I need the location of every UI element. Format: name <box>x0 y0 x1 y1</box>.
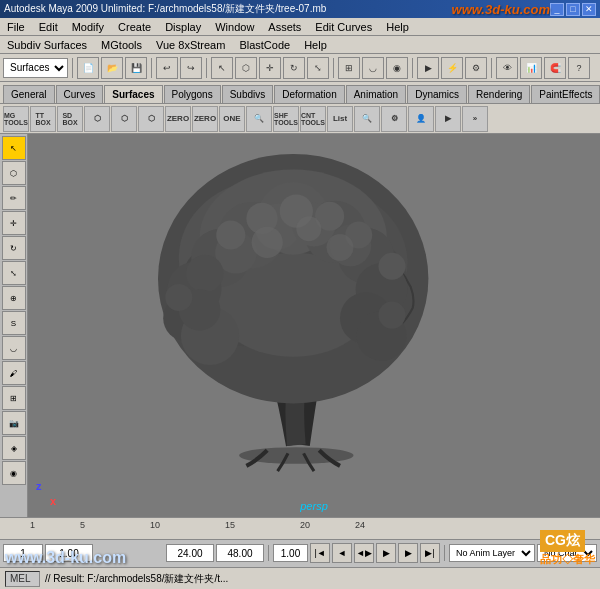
axis-z-label: z <box>36 480 42 492</box>
render-settings-button[interactable]: ⚙ <box>465 57 487 79</box>
tab-general[interactable]: General <box>3 85 55 103</box>
lasso-tool-btn[interactable]: ⬡ <box>2 161 26 185</box>
shelf-gear[interactable]: ⚙ <box>381 106 407 132</box>
range-end-input[interactable] <box>166 544 214 562</box>
redo-button[interactable]: ↪ <box>180 57 202 79</box>
step-fwd-btn[interactable]: ▶ <box>398 543 418 563</box>
shelf-zero2[interactable]: ZERO <box>192 106 218 132</box>
tab-curves[interactable]: Curves <box>56 85 104 103</box>
display-button[interactable]: 📊 <box>520 57 542 79</box>
menu-window[interactable]: Window <box>212 20 257 34</box>
shelf-icon3[interactable]: ⬡ <box>138 106 164 132</box>
viewport[interactable]: persp z x <box>28 134 600 517</box>
menu-subdiv[interactable]: Subdiv Surfaces <box>4 38 90 52</box>
shelf-shf-tools[interactable]: SHFTOOLS <box>273 106 299 132</box>
toolbar-separator <box>72 58 73 78</box>
shelf-cnt-tools[interactable]: CNTTOOLS <box>300 106 326 132</box>
camera-tool-btn[interactable]: 📷 <box>2 411 26 435</box>
nav1-btn[interactable]: ◈ <box>2 436 26 460</box>
tab-animation[interactable]: Animation <box>346 85 406 103</box>
shelf-one[interactable]: ONE <box>219 106 245 132</box>
svg-point-25 <box>216 220 245 249</box>
shelf-icon1[interactable]: ⬡ <box>84 106 110 132</box>
timeline-ruler[interactable]: 1 5 10 15 20 24 <box>0 518 600 540</box>
nav2-btn[interactable]: ◉ <box>2 461 26 485</box>
menu-edit-curves[interactable]: Edit Curves <box>312 20 375 34</box>
select-tool[interactable]: ↖ <box>211 57 233 79</box>
playback-speed-input[interactable] <box>273 544 308 562</box>
shelf-tt-box[interactable]: TTBOX <box>30 106 56 132</box>
tl-mark-10: 10 <box>150 520 160 530</box>
universal-tool-btn[interactable]: ⊕ <box>2 286 26 310</box>
magnet-button[interactable]: 🧲 <box>544 57 566 79</box>
paint-tool-btn[interactable]: ✏ <box>2 186 26 210</box>
snap-point[interactable]: ◉ <box>386 57 408 79</box>
menu-help2[interactable]: Help <box>301 38 330 52</box>
shelf-more[interactable]: » <box>462 106 488 132</box>
menu-blastcode[interactable]: BlastCode <box>236 38 293 52</box>
tab-dynamics[interactable]: Dynamics <box>407 85 467 103</box>
ipr-button[interactable]: ⚡ <box>441 57 463 79</box>
scale-tool-btn[interactable]: ⤡ <box>2 261 26 285</box>
render-button[interactable]: ▶ <box>417 57 439 79</box>
select-tool-btn[interactable]: ↖ <box>2 136 26 160</box>
lasso-tool[interactable]: ⬡ <box>235 57 257 79</box>
snap-grid[interactable]: ⊞ <box>338 57 360 79</box>
shelf-play[interactable]: ▶ <box>435 106 461 132</box>
shelf-icon2[interactable]: ⬡ <box>111 106 137 132</box>
maximize-button[interactable]: □ <box>566 3 580 16</box>
cg-logo-box: CG炫 <box>540 530 585 552</box>
menu-modify[interactable]: Modify <box>69 20 107 34</box>
tab-surfaces[interactable]: Surfaces <box>104 85 162 103</box>
shelf-list[interactable]: List <box>327 106 353 132</box>
rotate-tool[interactable]: ↻ <box>283 57 305 79</box>
menu-mgtools[interactable]: MGtools <box>98 38 145 52</box>
tab-polygons[interactable]: Polygons <box>164 85 221 103</box>
step-back-btn[interactable]: ◄ <box>332 543 352 563</box>
soft-select-btn[interactable]: S <box>2 311 26 335</box>
snap-tool-btn[interactable]: ⊞ <box>2 386 26 410</box>
menu-create[interactable]: Create <box>115 20 154 34</box>
play-back-btn[interactable]: ◄▶ <box>354 543 374 563</box>
cg-sub-text: 品功◇奢华 <box>540 552 595 567</box>
save-file-button[interactable]: 💾 <box>125 57 147 79</box>
menu-vue[interactable]: Vue 8xStream <box>153 38 228 52</box>
go-end-btn[interactable]: ▶| <box>420 543 440 563</box>
sculpt-tool-btn[interactable]: 🖌 <box>2 361 26 385</box>
end-frame-input[interactable] <box>216 544 264 562</box>
scale-tool[interactable]: ⤡ <box>307 57 329 79</box>
menu-edit[interactable]: Edit <box>36 20 61 34</box>
shelf-search[interactable]: 🔍 <box>246 106 272 132</box>
shelf-mg-tools[interactable]: MGTOOLS <box>3 106 29 132</box>
mode-select[interactable]: Surfaces <box>3 58 68 78</box>
play-fwd-btn[interactable]: ▶ <box>376 543 396 563</box>
open-file-button[interactable]: 📂 <box>101 57 123 79</box>
undo-button[interactable]: ↩ <box>156 57 178 79</box>
shelf-zero1[interactable]: ZERO <box>165 106 191 132</box>
menu-file[interactable]: File <box>4 20 28 34</box>
go-start-btn[interactable]: |◄ <box>310 543 330 563</box>
show-hide-button[interactable]: 👁 <box>496 57 518 79</box>
anim-layer-select[interactable]: No Anim Layer <box>449 544 535 562</box>
tab-rendering[interactable]: Rendering <box>468 85 530 103</box>
window-controls: _ □ ✕ <box>550 3 596 16</box>
close-button[interactable]: ✕ <box>582 3 596 16</box>
shelf-sd-box[interactable]: SDBOX <box>57 106 83 132</box>
tab-subdivs[interactable]: Subdivs <box>222 85 274 103</box>
snap-curve[interactable]: ◡ <box>362 57 384 79</box>
curve-tool-btn[interactable]: ◡ <box>2 336 26 360</box>
tl-sep2 <box>444 545 445 561</box>
new-file-button[interactable]: 📄 <box>77 57 99 79</box>
move-tool[interactable]: ✛ <box>259 57 281 79</box>
question-button[interactable]: ? <box>568 57 590 79</box>
tab-deformation[interactable]: Deformation <box>274 85 344 103</box>
menu-display[interactable]: Display <box>162 20 204 34</box>
menu-help[interactable]: Help <box>383 20 412 34</box>
rotate-tool-btn[interactable]: ↻ <box>2 236 26 260</box>
tab-painteffects[interactable]: PaintEffects <box>531 85 600 103</box>
shelf-person[interactable]: 👤 <box>408 106 434 132</box>
move-tool-btn[interactable]: ✛ <box>2 211 26 235</box>
minimize-button[interactable]: _ <box>550 3 564 16</box>
menu-assets[interactable]: Assets <box>265 20 304 34</box>
shelf-search2[interactable]: 🔍 <box>354 106 380 132</box>
